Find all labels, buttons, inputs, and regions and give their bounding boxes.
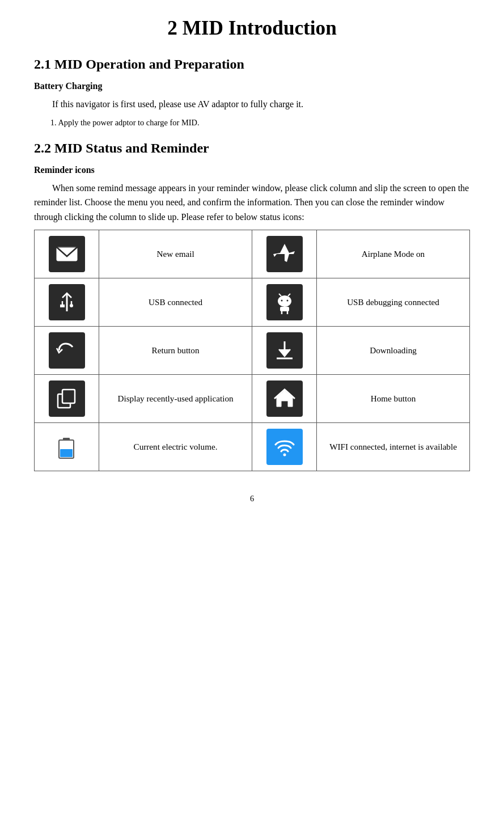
battery-label: Current electric volume. (99, 423, 252, 471)
reminder-icons-label: Reminder icons (34, 165, 470, 175)
table-row: Return button Downloading (35, 327, 470, 375)
svg-point-8 (281, 300, 282, 302)
airplane-icon (266, 236, 303, 272)
airplane-label: Airplane Mode on (317, 230, 470, 278)
usb-debug-icon-cell (252, 278, 316, 327)
usb-label: USB connected (99, 278, 252, 327)
reminder-table: New email Airplane Mode on (34, 230, 470, 471)
email-icon (49, 236, 85, 272)
email-label: New email (99, 230, 252, 278)
battery-icon (49, 429, 85, 465)
wifi-icon (266, 429, 303, 465)
usb-debug-label: USB debugging connected (317, 278, 470, 327)
home-label: Home button (317, 375, 470, 423)
airplane-icon-cell (252, 230, 316, 278)
download-icon-cell (252, 327, 316, 375)
svg-point-7 (278, 295, 291, 307)
section1-para1: If this navigator is first used, please … (34, 97, 470, 112)
svg-rect-12 (280, 307, 289, 311)
download-icon (266, 332, 303, 369)
table-row: USB connected (35, 278, 470, 327)
svg-point-23 (283, 454, 286, 456)
svg-rect-4 (60, 305, 65, 307)
usb-debug-icon (266, 284, 303, 320)
section1-para2: 1. Apply the power adptor to charge for … (34, 116, 470, 129)
section2-title: 2.2 MID Status and Reminder (34, 141, 470, 156)
usb-icon (49, 284, 85, 320)
table-row: New email Airplane Mode on (35, 230, 470, 278)
svg-rect-18 (62, 390, 75, 403)
page-number: 6 (34, 494, 470, 504)
wifi-label: WIFI connected, internet is available (317, 423, 470, 471)
return-label: Return button (99, 327, 252, 375)
svg-line-11 (288, 294, 290, 296)
svg-point-9 (286, 300, 288, 302)
battery-icon-cell (35, 423, 99, 471)
home-icon-cell (252, 375, 316, 423)
table-row: Display recently-used application Home b… (35, 375, 470, 423)
recent-apps-icon (49, 380, 85, 417)
svg-rect-21 (63, 438, 70, 441)
usb-icon-cell (35, 278, 99, 327)
recent-apps-label: Display recently-used application (99, 375, 252, 423)
table-row: Current electric volume. WIFI connected,… (35, 423, 470, 471)
battery-charging-label: Battery Charging (34, 81, 470, 91)
svg-rect-22 (60, 449, 73, 457)
download-label: Downloading (317, 327, 470, 375)
return-icon-cell (35, 327, 99, 375)
return-icon (49, 332, 85, 369)
svg-line-10 (279, 294, 281, 296)
section1-title: 2.1 MID Operation and Preparation (34, 57, 470, 72)
home-icon (266, 380, 303, 417)
section2-para: When some remind message appears in your… (34, 181, 470, 225)
svg-point-6 (70, 304, 73, 307)
email-icon-cell (35, 230, 99, 278)
page-title: 2 MID Introduction (34, 17, 470, 40)
recent-apps-icon-cell (35, 375, 99, 423)
wifi-icon-cell (252, 423, 316, 471)
